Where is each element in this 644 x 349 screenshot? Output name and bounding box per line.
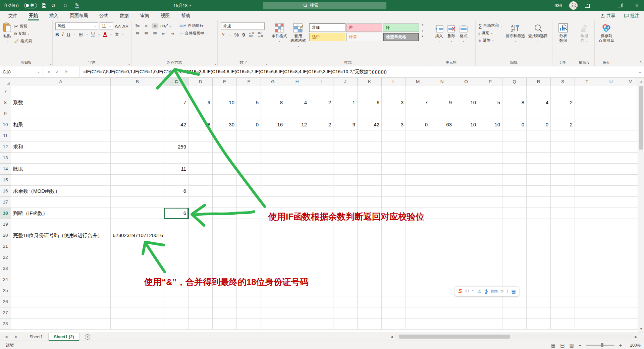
cell-K24[interactable] [358,274,382,285]
cell-O9[interactable] [454,108,478,119]
cell-M8[interactable]: 7 [406,97,430,108]
row-header-17[interactable]: 17 [0,197,11,208]
cell-Q15[interactable] [502,175,527,186]
cell-M12[interactable] [406,141,430,153]
cell-O21[interactable] [454,241,478,252]
cell-L28[interactable] [382,318,406,330]
row-header-7[interactable]: 7 [0,86,11,97]
cell-P26[interactable] [478,296,502,307]
conditional-formatting-button[interactable]: 条件格式 ⌄ [272,22,287,48]
row-header-22[interactable]: 22 [0,252,11,263]
cell-G8[interactable]: 8 [261,97,285,108]
cell-T13[interactable] [575,153,599,164]
cell-B17[interactable] [111,197,164,208]
row-header-8[interactable]: 8 [0,97,11,108]
cell-E15[interactable] [213,175,237,186]
cell-Q21[interactable] [502,241,527,252]
cell-B10[interactable] [111,119,164,130]
cell-K17[interactable] [358,197,382,208]
cell-S20[interactable] [551,230,575,241]
cell-B8[interactable] [111,97,164,108]
align-right-button[interactable]: ☰ [152,31,158,36]
cell-R20[interactable] [527,230,551,241]
cell-F10[interactable]: 0 [237,119,261,130]
cell-L26[interactable] [382,296,406,307]
row-header-14[interactable]: 14 [0,164,11,175]
cell-D9[interactable] [189,108,213,119]
cell-G17[interactable] [261,197,285,208]
cell-A21[interactable] [11,241,111,252]
clear-button[interactable]: ◈清除⌄ [478,38,502,43]
ime-mic-icon[interactable] [484,289,488,294]
customize-toolbar-button[interactable]: ⌄ [87,4,89,7]
cell-R19[interactable] [527,219,551,230]
cell-M23[interactable] [406,263,430,274]
cell-Q18[interactable] [502,208,527,219]
align-left-button[interactable]: ☰ [134,31,141,36]
cell-F13[interactable] [237,153,261,164]
cell-N26[interactable] [430,296,454,307]
cell-T7[interactable] [575,86,599,97]
cell-S16[interactable] [551,186,575,197]
cell-U26[interactable] [599,296,623,307]
cell-N9[interactable] [430,108,454,119]
orientation-button[interactable]: ab⤢ [160,23,167,28]
cell-B18[interactable] [111,208,164,219]
cell-P20[interactable] [478,230,502,241]
restore-button[interactable] [614,3,625,8]
cell-A13[interactable] [11,153,111,164]
horizontal-scrollbar[interactable]: ◀ ▶ [390,334,637,340]
paste-button[interactable]: 粘贴 ⌄ [3,22,11,44]
find-select-button[interactable]: 查找和选择⌄ [528,22,548,43]
cell-L8[interactable]: 3 [382,97,406,108]
cell-L21[interactable] [382,241,406,252]
scroll-left-icon[interactable]: ◀ [390,335,393,339]
cell-R17[interactable] [527,197,551,208]
cell-S18[interactable] [551,208,575,219]
cell-S12[interactable] [551,141,575,153]
cell-Q19[interactable] [502,219,527,230]
cell-U18[interactable] [599,208,623,219]
cell-P14[interactable] [478,164,502,175]
cell-L17[interactable] [382,197,406,208]
align-middle-button[interactable]: ≡ [143,23,149,28]
cell-Q23[interactable] [502,263,527,274]
cell-H22[interactable] [285,252,309,263]
cell-U9[interactable] [599,108,623,119]
cell-L24[interactable] [382,274,406,285]
cell-L13[interactable] [382,153,406,164]
cell-O11[interactable] [454,130,478,141]
cell-D14[interactable] [189,164,213,175]
cell-V27[interactable] [623,307,638,318]
borders-button[interactable]: ⊞ [78,32,83,37]
cell-O20[interactable] [454,230,478,241]
cell-V19[interactable] [623,219,638,230]
cell-B26[interactable] [111,296,164,307]
cell-L22[interactable] [382,252,406,263]
merge-center-button[interactable]: ⇔合并后居中⌄ [179,31,208,36]
cell-P11[interactable] [478,130,502,141]
cell-R18[interactable] [527,208,551,219]
cell-Q17[interactable] [502,197,527,208]
cell-V22[interactable] [623,252,638,263]
cell-V28[interactable] [623,318,638,330]
cell-T10[interactable] [575,119,599,130]
cell-T14[interactable] [575,164,599,175]
cell-U17[interactable] [599,197,623,208]
row-header-13[interactable]: 13 [0,153,11,164]
cell-Q22[interactable] [502,252,527,263]
cell-E27[interactable] [213,307,237,318]
col-header-K[interactable]: K [358,78,382,86]
col-header-A[interactable]: A [11,78,111,86]
cell-R14[interactable] [527,164,551,175]
cell-C21[interactable] [164,241,189,252]
cell-K21[interactable] [358,241,382,252]
cell-A22[interactable] [11,252,111,263]
cell-C11[interactable] [164,130,189,141]
cell-M22[interactable] [406,252,430,263]
cell-T12[interactable] [575,141,599,153]
cell-D27[interactable] [189,307,213,318]
cell-R13[interactable] [527,153,551,164]
cell-K9[interactable] [358,108,382,119]
collapse-ribbon-button[interactable]: ∧ [638,60,643,63]
